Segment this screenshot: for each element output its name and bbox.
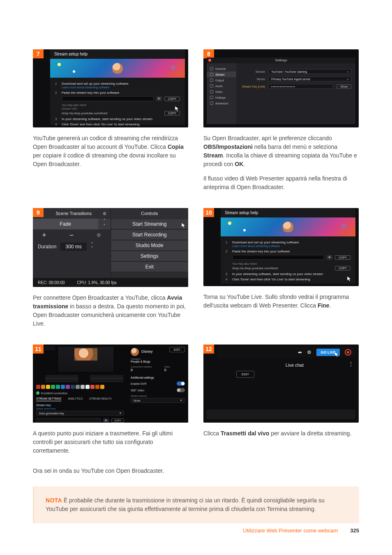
start-streaming-button[interactable]: Start Streaming (111, 219, 189, 229)
gear-icon[interactable]: ⚙ (307, 349, 311, 355)
body-text: Ora sei in onda su YouTube con Open Broa… (33, 467, 359, 474)
copy-url-button[interactable]: COPY (335, 266, 350, 271)
copy-button[interactable]: COPY (111, 419, 124, 423)
tab-stream-settings[interactable]: STREAM SETTINGS (36, 397, 61, 401)
step-badge: 10 (203, 208, 214, 217)
figure-8: 8 Settings General Stream Output Audio V… (203, 49, 359, 127)
figure-11: 11 Excellent connection STREAM SETTINGS … (33, 345, 188, 423)
controls-header: Controls (111, 208, 189, 219)
sidebar-item-advanced[interactable]: Advanced (207, 100, 236, 106)
stream-url: rtmp://a.rtmp.youtube.com/live2 (62, 111, 162, 115)
settings-sidebar: General Stream Output Audio Video Hotkey… (207, 63, 236, 124)
caption-11: A questo punto puoi iniziare a trasmette… (33, 429, 189, 455)
tab-stream-health[interactable]: STREAM HEALTH (89, 397, 111, 401)
start-recording-button[interactable]: Start Recording (111, 229, 189, 240)
sidebar-item-general[interactable]: General (207, 66, 236, 72)
live-chat-label: Live chat (286, 363, 304, 368)
service-label: Service (240, 70, 265, 73)
sidebar-item-audio[interactable]: Audio (207, 83, 236, 89)
chevron-down-icon: ▾ (347, 78, 348, 81)
caption-10: Torna su YouTube Live. Sullo sfondo vedr… (203, 293, 359, 310)
server-label: Server (240, 78, 265, 81)
edit-button[interactable]: EDIT (169, 347, 185, 352)
step-badge: 7 (33, 49, 44, 58)
sidebar-item-stream[interactable]: Stream (207, 72, 236, 77)
additional-settings-heading: Additional settings (131, 376, 185, 379)
exit-button[interactable]: Exit (111, 261, 189, 272)
select-stream-key-link[interactable]: Select stream key (36, 407, 124, 410)
sidebar-item-output[interactable]: Output (207, 77, 236, 83)
plus-icon[interactable]: + (42, 231, 46, 240)
step-badge: 9 (33, 208, 44, 217)
minus-icon[interactable]: − (69, 231, 74, 240)
record-icon[interactable] (345, 349, 351, 356)
gear-icon[interactable]: ⚙ (97, 232, 101, 238)
streamkey-label: Stream Key (Link) (240, 85, 265, 88)
caption-12: Clicca Trasmetti dal vivo per avviare la… (203, 429, 359, 438)
video-360-toggle[interactable] (177, 388, 185, 392)
duration-value[interactable]: 300 ms (60, 243, 86, 251)
row1-text: Download and set up your streaming softw… (62, 82, 129, 86)
avatar (131, 348, 139, 356)
rec-status: REC: 00:00:00 (38, 280, 65, 285)
service-select[interactable]: YouTube / YouTube Gaming▾ (268, 69, 351, 74)
video-360-label: 360° video (131, 389, 144, 392)
tab-analytics[interactable]: ANALYTICS (68, 397, 83, 401)
enable-dvr-toggle[interactable] (177, 382, 185, 386)
chevron-down-icon: ▾ (347, 70, 348, 73)
copy-url-button[interactable]: COPY (164, 111, 180, 116)
stream-key-input[interactable] (62, 96, 154, 101)
server-select[interactable]: Primary YouTube ingest server▾ (268, 76, 351, 81)
cpu-status: CPU: 1.9%, 30.00 fps (77, 280, 117, 285)
edit-button[interactable]: EDIT (236, 371, 254, 378)
share-icon[interactable]: ➦ (298, 349, 302, 355)
show-button[interactable]: Show (337, 84, 351, 89)
settings-button[interactable]: Settings (111, 251, 189, 261)
panel-title: Stream setup help (221, 208, 355, 217)
stepper-icon[interactable]: ˄˅ (91, 243, 93, 251)
copy-button[interactable]: COPY (164, 97, 180, 101)
visibility-icon[interactable]: 👁 (103, 418, 109, 423)
note-box: NOTA È probabile che durante la trasmiss… (33, 486, 359, 523)
stream-url: rtmp://a.rtmp.youtube.com/live2 (232, 266, 332, 270)
latency-select[interactable]: None▾ (131, 398, 185, 403)
updown-icon[interactable]: ˄˅ (98, 219, 111, 229)
cursor-icon (182, 223, 186, 228)
figure-10: 10 Stream setup help 1Download and set u… (203, 208, 359, 286)
hero-graphic (221, 217, 355, 236)
learn-more-link[interactable]: Learn more about streaming software (232, 245, 280, 247)
sidebar-item-hotkeys[interactable]: Hotkeys (207, 95, 236, 100)
learn-more-link[interactable]: Learn more about streaming software (62, 86, 109, 89)
gear-icon[interactable]: ⚙ (103, 211, 106, 216)
category-value: People & Blogs (131, 360, 185, 363)
autokey-select[interactable]: Auto-generated key▾ (36, 411, 124, 416)
stream-key-input[interactable] (232, 255, 324, 260)
step-10: 10 Stream setup help 1Download and set u… (203, 208, 359, 328)
duration-label: Duration (38, 244, 56, 250)
caption-8: Su Open Broadcaster, apri le preferenze … (203, 134, 359, 169)
row3-text: In your streaming software, start sendin… (62, 117, 180, 121)
step-badge: 11 (33, 345, 44, 354)
figure-12: 12 ➦ ⚙ GO LIVE Live chat ⋮ EDIT (203, 345, 359, 423)
caption-9: Per connettere Open Broadcaster a YouTub… (33, 294, 189, 328)
streamkey-input[interactable]: ••••••••••••••••• (268, 84, 333, 89)
step-badge: 8 (203, 49, 214, 58)
footer-section: Utilizzare Web Presenter come webcam (243, 527, 338, 534)
close-icon[interactable] (208, 59, 211, 62)
window-title: Settings (207, 58, 355, 63)
you-may-also: You may also need: (62, 104, 180, 106)
fade-tab[interactable]: Fade (33, 219, 98, 229)
figure-9: 9 Scene Transitions⚙ Fade˄˅ +−⚙ Duration… (33, 208, 188, 287)
more-icon[interactable]: ⋮ (348, 363, 354, 365)
preview-window (58, 346, 114, 372)
studio-mode-button[interactable]: Studio Mode (111, 240, 189, 251)
enable-dvr-label: Enable DVR (131, 382, 147, 385)
page-footer: Utilizzare Web Presenter come webcam 325 (33, 527, 359, 534)
copy-button[interactable]: COPY (335, 255, 350, 260)
step-8: 8 Settings General Stream Output Audio V… (203, 49, 359, 192)
visibility-icon[interactable]: 👁 (327, 255, 332, 260)
visibility-icon[interactable]: 👁 (156, 96, 162, 101)
streamkey-input[interactable] (36, 418, 101, 423)
step-badge: 12 (203, 345, 214, 354)
sidebar-item-video[interactable]: Video (207, 89, 236, 95)
